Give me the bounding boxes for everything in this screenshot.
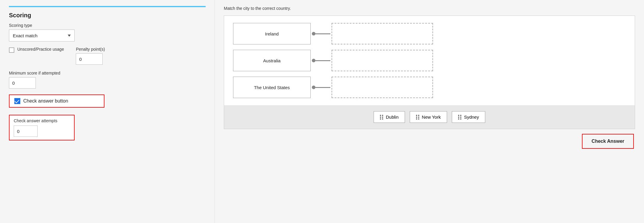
min-score-label: Minimum score if attempted [9, 71, 206, 75]
min-score-section: Minimum score if attempted [9, 71, 206, 89]
match-container: Ireland Australia [224, 16, 635, 129]
australia-line [315, 60, 330, 61]
chip-sydney[interactable]: Sydney [452, 111, 485, 123]
dropdown-arrow-icon [68, 35, 71, 37]
us-connector [312, 77, 330, 98]
ireland-label: Ireland [265, 31, 279, 36]
instruction-text: Match the city to the correct country. [224, 6, 635, 11]
match-row-ireland: Ireland [233, 23, 433, 44]
penalty-label: Penalty point(s) [76, 47, 105, 52]
ireland-box: Ireland [233, 23, 311, 44]
drag-icon-newyork [416, 115, 420, 120]
chip-dublin[interactable]: Dublin [374, 111, 405, 123]
scoring-type-dropdown[interactable]: Exact match [9, 30, 75, 41]
penalty-input[interactable] [76, 53, 103, 65]
penalty-section: Penalty point(s) [76, 47, 105, 65]
us-line [315, 87, 330, 88]
chip-newyork-label: New York [422, 114, 441, 120]
match-row-australia: Australia [233, 50, 433, 71]
scoring-type-label: Scoring type [9, 23, 206, 28]
ireland-connector [312, 23, 330, 44]
ireland-target[interactable] [332, 23, 433, 44]
drag-icon-dublin [380, 115, 383, 120]
australia-box: Australia [233, 50, 311, 71]
match-row-us: The United States [233, 77, 433, 98]
australia-label: Australia [263, 58, 281, 63]
chip-newyork[interactable]: New York [410, 111, 447, 123]
ireland-line [315, 33, 330, 34]
australia-dot [312, 59, 315, 62]
us-label: The United States [254, 85, 290, 90]
chip-dublin-label: Dublin [386, 114, 399, 120]
us-target[interactable] [332, 77, 433, 98]
check-answer-btn[interactable]: Check Answer [582, 134, 634, 149]
check-attempts-label: Check answer attempts [14, 118, 70, 123]
us-box: The United States [233, 77, 311, 98]
min-score-input[interactable] [9, 77, 36, 89]
check-answer-button-row: Check answer button [9, 95, 104, 108]
check-attempts-input[interactable] [14, 126, 38, 137]
unscored-checkbox[interactable] [9, 47, 14, 53]
us-dot [312, 86, 315, 89]
scoring-title: Scoring [9, 12, 206, 19]
check-attempts-section: Check answer attempts [9, 115, 75, 140]
left-items: Ireland Australia [233, 23, 433, 98]
chip-sydney-label: Sydney [464, 114, 479, 120]
answer-bank: Dublin New York Sydney [224, 105, 635, 129]
check-answer-checkbox[interactable] [14, 98, 20, 104]
ireland-dot [312, 32, 315, 35]
unscored-label: Unscored/Practice usage [17, 47, 64, 52]
match-area: Ireland Australia [224, 16, 635, 105]
australia-target[interactable] [332, 50, 433, 71]
check-answer-button-label: Check answer button [23, 98, 68, 104]
scoring-type-value: Exact match [13, 33, 38, 38]
check-answer-btn-container: Check Answer [224, 134, 635, 149]
drag-icon-sydney [458, 115, 462, 120]
unscored-row: Unscored/Practice usage [9, 47, 64, 53]
australia-connector [312, 50, 330, 71]
